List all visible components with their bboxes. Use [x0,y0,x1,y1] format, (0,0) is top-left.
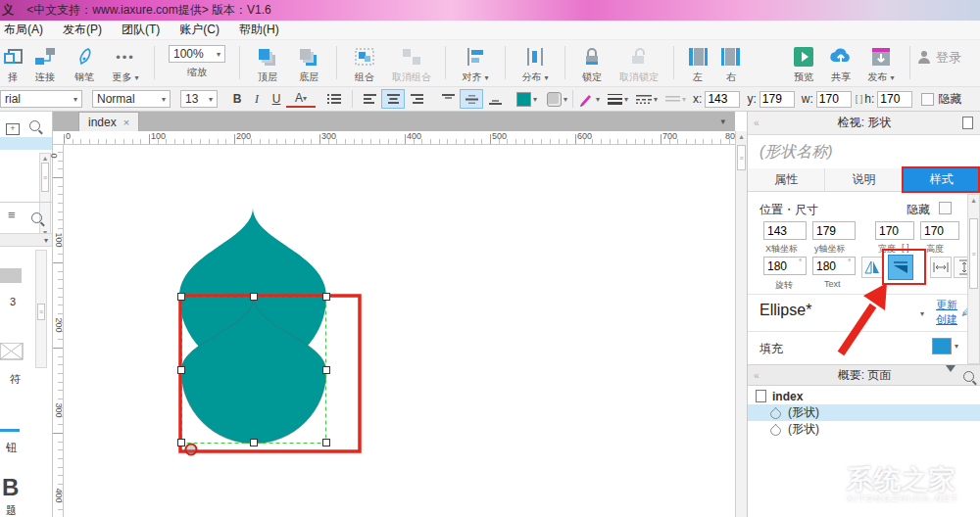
connect-button[interactable]: 连接 [25,45,65,84]
align-text-right-button[interactable] [405,89,428,109]
zoom-control[interactable]: 100%▾ 缩放 [162,45,232,79]
scroll-up-icon[interactable]: ▴ [968,195,979,207]
fill-color-button[interactable]: ▾ [516,92,537,107]
hide-checkbox[interactable] [921,93,934,106]
height-input[interactable] [920,221,959,240]
outline-shape-row-selected[interactable]: (形状) [748,404,980,421]
bring-to-front-button[interactable]: 顶层 [247,45,288,84]
lock-button[interactable]: 锁定 [572,45,612,84]
widgets-scrollbar[interactable]: ≡ [35,250,47,368]
align-text-left-button[interactable] [358,89,381,109]
send-to-back-button[interactable]: 底层 [288,45,329,84]
inspector-scrollbar[interactable]: ▴ ≡ [967,194,980,364]
align-text-center-button[interactable] [381,89,405,109]
unlock-button[interactable]: 取消锁定 [612,45,666,84]
shadow-button[interactable]: ▾ [547,92,567,107]
w-input[interactable] [816,91,852,108]
flip-vertical-button[interactable] [888,255,913,280]
flip-horizontal-button[interactable] [861,257,883,278]
tab-index[interactable]: index × [78,112,139,131]
x-coordinate-input[interactable] [763,221,807,240]
search-widgets-icon[interactable] [31,210,42,227]
valign-top-button[interactable] [436,89,460,109]
tab-properties[interactable]: 属性 [748,168,825,192]
link-wh-icon[interactable]: [ ] [856,94,863,104]
line-style-button[interactable]: ▾ [636,93,658,105]
collapse-panel-icon[interactable]: « [754,118,760,128]
arrow-style-button[interactable]: ▾ [665,94,686,104]
group-button[interactable]: 组合 [344,45,385,84]
more-button[interactable]: ••• 更多 ▾ [104,45,147,84]
widget-library-select[interactable]: ▾ [0,233,52,247]
pages-scrollbar-thumb[interactable]: ≡ [41,163,49,192]
menu-publish[interactable]: 发布(P) [63,22,102,38]
valign-bottom-button[interactable] [483,89,507,109]
fit-width-button[interactable] [930,257,952,278]
login-button[interactable]: 登录 [917,49,980,67]
close-tab-icon[interactable]: × [123,117,129,128]
y-coordinate-input[interactable] [812,221,856,240]
pages-selected-row[interactable] [0,137,53,150]
menu-help[interactable]: 帮助(H) [239,22,279,38]
create-style-link[interactable]: 创建 [936,312,957,327]
width-input[interactable] [875,221,914,240]
h-input[interactable] [877,91,912,108]
align-left-edge-button[interactable]: 左 [681,45,714,84]
canvas-vscrollbar-thumb[interactable]: ≡ [737,145,746,170]
tab-style[interactable]: 样式 [904,168,980,192]
fill-color-button[interactable]: ▾ [932,338,958,354]
tab-list-chevron-icon[interactable]: ▾ [720,117,725,126]
share-button[interactable]: 共享 [822,45,859,84]
zoom-select[interactable]: 100%▾ [169,45,225,63]
distribute-button[interactable]: 分布 ▾ [513,45,558,84]
ungroup-button[interactable]: 取消组合 [385,45,438,84]
line-color-button[interactable]: ▾ [578,92,600,107]
inspector-scrollbar-thumb[interactable]: ≡ [969,218,978,289]
widgets-scrollbar-thumb[interactable]: ≡ [37,304,45,320]
outline-shape-row[interactable]: (形状) [748,421,980,438]
bullet-list-button[interactable] [321,90,347,108]
menu-layout[interactable]: 布局(A) [4,22,43,38]
preview-button[interactable]: 预览 [785,45,822,84]
collapse-panel-icon[interactable]: « [754,370,760,381]
widget-heading-thumbnail[interactable]: B [2,474,19,501]
y-input[interactable] [760,91,795,108]
outline-page-row[interactable]: index [748,388,980,404]
select-mode-button[interactable]: 择 [0,45,25,84]
font-style-select[interactable]: Normal▾ [92,90,171,108]
font-color-button[interactable]: A▾ [286,91,316,108]
scroll-up-icon[interactable]: ▴ [736,131,747,143]
add-page-icon[interactable]: + [6,118,20,135]
publish-button[interactable]: 发布 ▾ [859,45,903,84]
underline-button[interactable]: U [267,90,286,108]
font-size-select[interactable]: 13▾ [180,90,218,108]
align-button[interactable]: 对齐 ▾ [453,45,498,84]
widget-rect-thumbnail[interactable] [0,268,22,283]
align-right-edge-button[interactable]: 右 [714,45,748,84]
canvas-vscrollbar[interactable]: ▴ ≡ [735,131,747,517]
menu-team[interactable]: 团队(T) [122,22,160,38]
update-style-link[interactable]: 更新 [936,298,957,312]
shape-name-field[interactable]: (形状名称) [748,135,980,168]
style-dropdown-chevron-icon[interactable]: ▾ [920,309,924,318]
valign-middle-button[interactable] [460,89,483,109]
filter-icon[interactable] [946,372,956,386]
bold-button[interactable]: B [227,90,247,108]
widget-linkbutton-thumbnail[interactable] [0,429,20,432]
widget-placeholder-thumbnail[interactable] [0,343,24,360]
widget-menu-icon[interactable]: ≡ [8,208,16,222]
line-width-button[interactable]: ▾ [608,93,628,105]
menu-account[interactable]: 账户(C) [179,22,220,38]
search-outline-icon[interactable] [963,371,974,385]
font-family-select[interactable]: rial▾ [0,90,82,108]
line-style-dash-icon [636,93,652,105]
search-pages-icon[interactable] [29,118,40,135]
tab-notes[interactable]: 说明 [825,168,903,192]
design-canvas[interactable] [64,145,735,517]
page-note-icon[interactable] [962,117,973,129]
italic-button[interactable]: I [247,90,267,108]
x-input[interactable] [705,91,740,108]
link-wh-icon[interactable]: [ ] [902,243,909,253]
hide-checkbox[interactable] [939,202,952,214]
pen-button[interactable]: 钢笔 [65,45,104,84]
